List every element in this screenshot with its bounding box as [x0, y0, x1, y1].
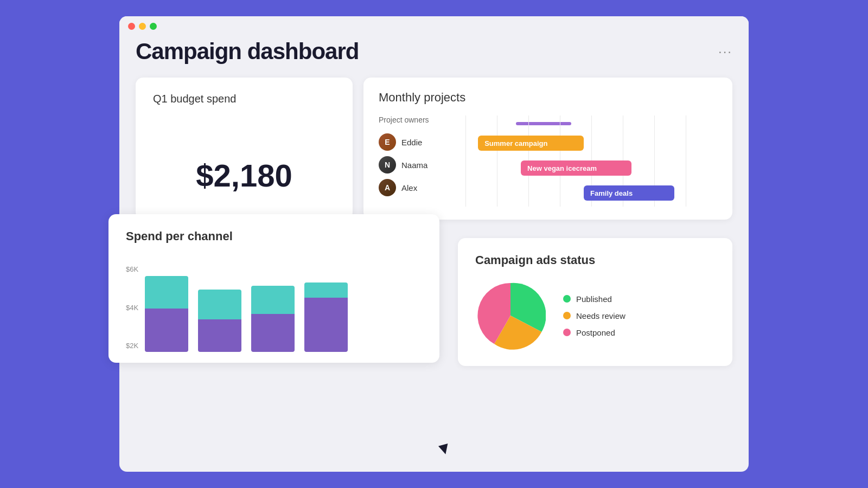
- legend-label-published: Published: [576, 294, 612, 304]
- gantt-bar-row-1: New vegan icecream: [465, 157, 717, 179]
- top-cards-row: Q1 budget spend $2,180 Monthly projects …: [136, 78, 732, 220]
- app-window: Campaign dashboard ··· Q1 budget spend $…: [119, 16, 749, 472]
- monthly-card-title: Monthly projects: [379, 91, 717, 105]
- owners-column: Project owners E Eddie N Naama A Alex: [379, 115, 465, 207]
- y-axis: $6K $4K $2K: [126, 265, 138, 352]
- gantt-bar-row-2: Family deals: [465, 182, 717, 204]
- mouse-cursor: [438, 444, 450, 455]
- monthly-projects-card: Monthly projects Project owners E Eddie …: [363, 78, 732, 220]
- bars-group: [145, 265, 422, 352]
- avatar-eddie: E: [379, 133, 396, 151]
- title-bar: [119, 16, 749, 33]
- more-menu-button[interactable]: ···: [718, 44, 732, 59]
- bar-bot-0: [145, 309, 188, 352]
- legend-postponed: Postponed: [563, 328, 626, 337]
- pie-container: Published Needs review Postponed: [475, 280, 715, 351]
- bar-chart-area: $6K $4K $2K: [126, 254, 422, 352]
- legend-dot-green: [563, 295, 571, 303]
- gantt-bar-vegan-icecream[interactable]: New vegan icecream: [521, 160, 631, 176]
- bar-top-1: [198, 290, 241, 319]
- minimize-button[interactable]: [139, 23, 146, 30]
- legend-label-needs-review: Needs review: [576, 311, 626, 320]
- owner-row-alex: A Alex: [379, 177, 465, 198]
- bar-top-2: [251, 286, 295, 314]
- campaign-ads-card: Campaign ads status: [458, 238, 732, 366]
- ads-card-title: Campaign ads status: [475, 253, 715, 267]
- legend-dot-orange: [563, 312, 571, 319]
- owner-row-naama: N Naama: [379, 155, 465, 175]
- bar-stack-1: [198, 265, 241, 352]
- gantt-bar-summer-campaign[interactable]: Summer campaign: [478, 136, 584, 151]
- bar-stack-0: [145, 265, 188, 352]
- legend-label-postponed: Postponed: [576, 328, 615, 337]
- budget-card: Q1 budget spend $2,180: [136, 78, 353, 220]
- owner-name-alex: Alex: [401, 183, 417, 192]
- gantt-container: Project owners E Eddie N Naama A Alex: [379, 115, 717, 207]
- bar-top-3: [304, 282, 348, 298]
- gantt-bar-family-deals[interactable]: Family deals: [584, 185, 674, 201]
- gantt-chart: Summer campaign New vegan icecream Famil…: [465, 115, 717, 207]
- avatar-naama: N: [379, 156, 396, 174]
- pie-chart: [475, 280, 546, 351]
- bar-stack-2: [251, 265, 295, 352]
- legend-dot-pink: [563, 329, 571, 336]
- owner-row-eddie: E Eddie: [379, 132, 465, 152]
- budget-card-title: Q1 budget spend: [153, 93, 335, 105]
- y-label-4k: $4K: [126, 304, 138, 312]
- owner-name-eddie: Eddie: [401, 138, 422, 147]
- bar-top-0: [145, 276, 188, 309]
- maximize-button[interactable]: [150, 23, 157, 30]
- bar-bot-3: [304, 298, 348, 352]
- legend-needs-review: Needs review: [563, 311, 626, 320]
- legend: Published Needs review Postponed: [563, 294, 626, 337]
- y-label-6k: $6K: [126, 265, 138, 273]
- page-title: Campaign dashboard: [136, 38, 359, 65]
- bar-stack-3: [304, 265, 348, 352]
- owner-name-naama: Naama: [401, 160, 427, 170]
- spend-card-title: Spend per channel: [126, 229, 422, 243]
- budget-value: $2,180: [153, 157, 335, 194]
- bar-bot-1: [198, 319, 241, 352]
- bar-bot-2: [251, 314, 295, 352]
- bottom-row: Spend per channel $6K $4K $2K: [136, 230, 732, 366]
- gantt-bar-row-0: Summer campaign: [465, 132, 717, 155]
- page-header: Campaign dashboard ···: [136, 38, 732, 65]
- close-button[interactable]: [128, 23, 135, 30]
- gantt-rows-area: Summer campaign New vegan icecream Famil…: [465, 132, 717, 204]
- spend-per-channel-card: Spend per channel $6K $4K $2K: [108, 214, 439, 363]
- avatar-alex: A: [379, 179, 396, 196]
- y-label-2k: $2K: [126, 342, 138, 350]
- main-content: Campaign dashboard ··· Q1 budget spend $…: [119, 33, 749, 382]
- legend-published: Published: [563, 294, 626, 304]
- owners-header: Project owners: [379, 115, 465, 124]
